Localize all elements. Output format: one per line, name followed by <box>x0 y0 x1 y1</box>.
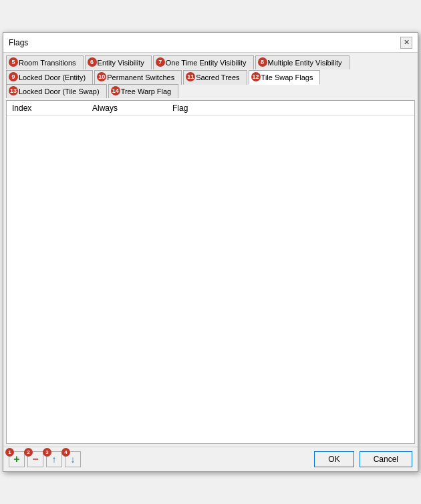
tab-entity-visibility[interactable]: 6Entity Visibility <box>85 55 152 69</box>
content-area: Index Always Flag <box>6 100 415 444</box>
move-down-button[interactable]: 4↓ <box>65 451 81 467</box>
tab-tile-swap-flags[interactable]: 12Tile Swap Flags <box>249 70 321 85</box>
footer: 1+2−3↑4↓ OK Cancel <box>3 447 418 471</box>
dialog-title: Flags <box>9 38 28 47</box>
flags-dialog: Flags ✕ 5Room Transitions6Entity Visibil… <box>3 32 418 472</box>
tab-one-time-entity-visibility[interactable]: 7One Time Entity Visibility <box>153 55 254 69</box>
tab-permanent-switches[interactable]: 10Permanent Switches <box>94 70 182 85</box>
tab-multiple-entity-visibility[interactable]: 8Multiple Entity Visibility <box>255 55 349 69</box>
cancel-button[interactable]: Cancel <box>360 451 412 467</box>
col-header-flag: Flag <box>172 103 409 113</box>
move-down-icon: ↓ <box>71 454 76 465</box>
title-bar: Flags ✕ <box>3 33 418 53</box>
tab-tree-warp-flag[interactable]: 14Tree Warp Flag <box>108 84 179 98</box>
remove-icon: − <box>32 453 38 465</box>
tab-room-transitions[interactable]: 5Room Transitions <box>6 55 84 69</box>
ok-button[interactable]: OK <box>314 451 354 467</box>
footer-left-buttons: 1+2−3↑4↓ <box>9 451 81 467</box>
tab-locked-door-tile-swap[interactable]: 13Locked Door (Tile Swap) <box>6 84 107 98</box>
footer-right-buttons: OK Cancel <box>314 451 412 467</box>
col-header-index: Index <box>12 103 92 113</box>
tabs-row-1: 5Room Transitions6Entity Visibility7One … <box>3 53 418 69</box>
move-up-icon: ↑ <box>52 454 57 465</box>
tabs-row-2: 9Locked Door (Entity)10Permanent Switche… <box>3 69 418 97</box>
close-button[interactable]: ✕ <box>400 37 412 49</box>
table-header: Index Always Flag <box>7 101 414 116</box>
move-up-button[interactable]: 3↑ <box>46 451 62 467</box>
tab-locked-door-entity[interactable]: 9Locked Door (Entity) <box>6 70 93 85</box>
table-body <box>7 116 414 443</box>
tab-sacred-trees[interactable]: 11Sacred Trees <box>183 70 247 85</box>
remove-button[interactable]: 2− <box>27 451 43 467</box>
add-icon: + <box>13 453 19 465</box>
add-button[interactable]: 1+ <box>9 451 25 467</box>
col-header-always: Always <box>92 103 172 113</box>
